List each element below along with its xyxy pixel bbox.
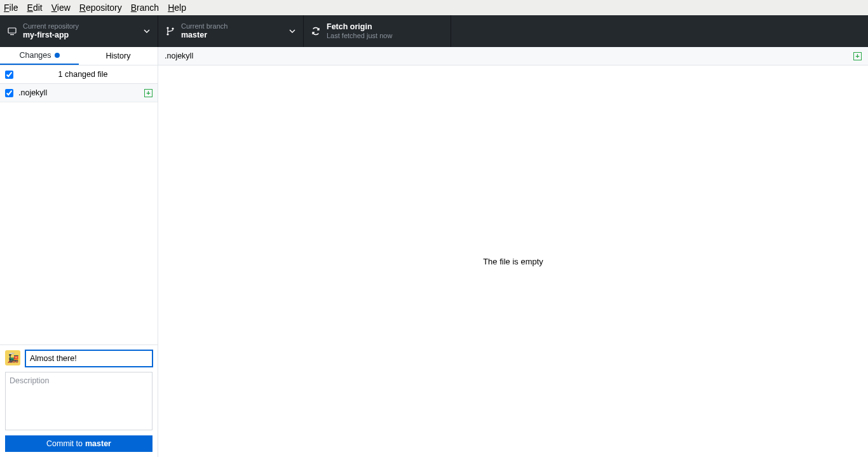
sidebar-tabs: Changes History	[0, 47, 158, 65]
avatar: 🚂	[5, 350, 20, 365]
commit-form: 🚂 Commit to master	[0, 344, 158, 457]
svg-point-3	[166, 33, 168, 35]
branch-sub: Current branch	[181, 22, 227, 31]
tab-changes[interactable]: Changes	[0, 47, 79, 65]
commit-button[interactable]: Commit to master	[5, 435, 153, 452]
branch-name: master	[181, 31, 227, 39]
repo-sub: Current repository	[23, 22, 79, 31]
branch-selector[interactable]: Current branch master	[158, 15, 304, 47]
tab-history-label: History	[106, 51, 131, 60]
menu-view[interactable]: View	[51, 3, 71, 13]
fetch-button[interactable]: Fetch origin Last fetched just now	[304, 15, 451, 47]
sync-icon	[310, 26, 322, 36]
tab-history[interactable]: History	[79, 47, 158, 65]
fetch-sub: Last fetched just now	[327, 32, 392, 40]
changes-indicator-dot	[55, 53, 60, 58]
select-all-checkbox[interactable]	[5, 71, 13, 79]
file-row[interactable]: .nojekyll +	[0, 84, 158, 102]
menu-file[interactable]: File	[4, 3, 18, 13]
repo-selector[interactable]: Current repository my-first-app	[0, 15, 158, 47]
changed-files-list: .nojekyll +	[0, 84, 158, 344]
changes-summary-row: 1 changed file	[0, 65, 158, 84]
fetch-title: Fetch origin	[327, 22, 392, 31]
menu-edit[interactable]: Edit	[27, 3, 43, 13]
commit-button-branch: master	[85, 439, 111, 448]
tab-changes-label: Changes	[19, 51, 51, 60]
chevron-down-icon	[144, 29, 150, 33]
commit-summary-input[interactable]	[25, 350, 153, 367]
svg-point-2	[166, 27, 168, 29]
topbar: Current repository my-first-app Current …	[0, 15, 868, 47]
branch-icon	[165, 26, 176, 36]
diff-panel: .nojekyll + The file is empty	[158, 47, 868, 457]
added-icon: +	[853, 52, 862, 60]
svg-point-4	[172, 27, 173, 29]
sidebar: Changes History 1 changed file .nojekyll…	[0, 47, 158, 457]
commit-button-prefix: Commit to	[46, 439, 83, 448]
diff-filename: .nojekyll	[165, 51, 193, 60]
commit-description-input[interactable]	[5, 372, 153, 430]
file-checkbox[interactable]	[5, 89, 13, 97]
chevron-down-icon	[289, 29, 295, 33]
repo-name: my-first-app	[23, 31, 79, 39]
diff-file-header: .nojekyll +	[158, 47, 868, 65]
menu-branch[interactable]: Branch	[131, 3, 159, 13]
menubar: File Edit View Repository Branch Help	[0, 0, 868, 15]
changes-count: 1 changed file	[13, 70, 153, 79]
diff-empty-message: The file is empty	[158, 65, 868, 457]
file-name: .nojekyll	[18, 88, 144, 97]
menu-help[interactable]: Help	[168, 3, 186, 13]
svg-rect-0	[8, 28, 16, 33]
computer-icon	[6, 26, 18, 36]
added-icon: +	[144, 89, 153, 97]
menu-repository[interactable]: Repository	[79, 3, 122, 13]
